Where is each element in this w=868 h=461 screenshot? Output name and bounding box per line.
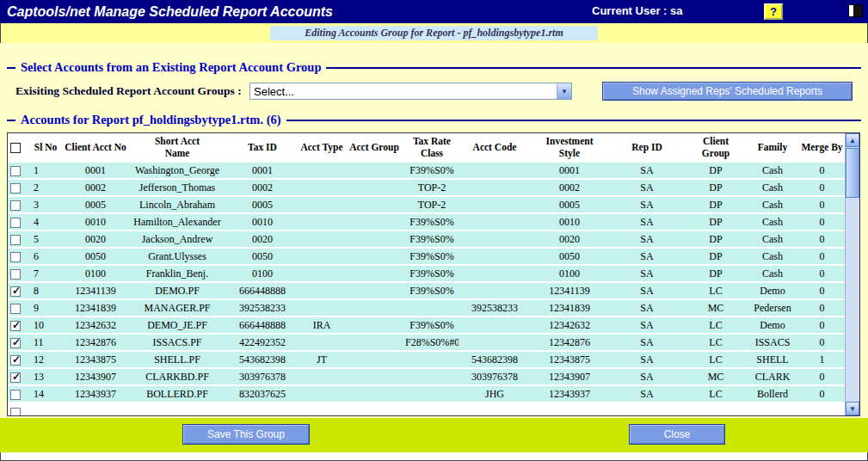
table-cell [300,213,343,230]
table-cell: SA [608,368,686,385]
row-checkbox[interactable] [10,200,21,211]
table-cell [405,299,459,317]
table-cell: SA [608,213,686,230]
table-cell: 5 [30,230,61,248]
table-cell [459,230,531,248]
save-group-button[interactable]: Save This Group [182,424,310,445]
table-cell: JT [300,351,343,368]
row-checkbox[interactable] [10,166,21,176]
table-cell [343,334,405,351]
table-cell: Demo [746,282,799,299]
table-cell: Jefferson_Thomas [130,179,225,196]
select-current-value: Select... [254,85,294,98]
table-cell: CLARKBD.PF [130,368,225,385]
table-row: 812341139DEMO.PF666448888F39%S0%12341139… [8,282,845,299]
account-group-select[interactable]: Select... ▼ [249,83,572,100]
table-cell: F39%S0% [405,317,459,334]
table-cell: SA [608,282,686,299]
title-bar: Captools/net Manage Scheduled Report Acc… [0,0,868,23]
table-cell: 0 [799,299,845,317]
table-cell: SA [608,317,686,334]
table-cell [459,248,531,265]
table-cell: SA [608,163,686,179]
table-cell [343,317,405,334]
table-cell: Cash [746,196,799,213]
table-cell [459,317,531,334]
table-cell: Grant.Ulysses [130,248,225,265]
column-header: Client Acct No [61,133,130,163]
table-cell: 14 [30,385,61,403]
window-icon[interactable] [848,4,863,17]
table-cell: 0050 [61,248,130,265]
table-cell [405,385,459,403]
row-checkbox[interactable] [10,218,21,228]
select-all-checkbox[interactable] [10,143,21,153]
table-cell: DP [686,196,746,213]
table-row: 20002Jefferson_Thomas0002TOP-20002SADPCa… [8,179,845,196]
row-checkbox[interactable] [10,372,21,383]
close-button[interactable]: Close [629,424,725,445]
table-cell: 13 [30,368,61,385]
footer-bar: Save This Group Close [0,418,868,452]
chevron-down-icon[interactable]: ▼ [557,83,571,99]
table-cell: 11 [30,334,61,351]
row-checkbox[interactable] [10,235,21,245]
table-cell: 303976378 [225,368,300,385]
row-checkbox[interactable] [10,269,21,280]
row-checkbox[interactable] [10,338,21,348]
table-cell [343,179,405,196]
row-checkbox[interactable] [10,408,21,416]
table-cell: 0002 [61,179,130,196]
table-cell: LC [686,334,746,351]
table-row-partial [8,403,845,416]
table-cell: LC [686,351,746,368]
table-cell: SA [608,196,686,213]
scroll-down-icon[interactable]: ▼ [846,402,859,415]
table-row: 60050Grant.Ulysses0050F39%S0%0050SADPCas… [8,248,845,265]
column-header: Short Acct Name [130,133,225,163]
row-checkbox[interactable] [10,321,21,331]
table-cell: 0 [799,248,845,265]
table-cell [343,213,405,230]
table-cell: DEMO.PF [130,282,225,299]
table-cell [343,248,405,265]
account-groups-label: Exisiting Scheduled Report Account Group… [15,84,249,98]
table-cell: 0 [799,334,845,351]
row-checkbox[interactable] [10,390,21,400]
legend-line [286,120,861,121]
scrollbar-thumb[interactable] [846,148,859,198]
table-cell [343,265,405,282]
table-cell: 0010 [61,213,130,230]
column-header: Sl No [30,133,61,163]
column-header: Investment Style [531,133,608,163]
row-checkbox[interactable] [10,355,21,366]
help-button[interactable]: ? [764,3,783,20]
table-cell: F39%S0% [405,163,459,179]
table-cell: 4 [30,213,61,230]
table-cell: Lincoln_Abraham [130,196,225,213]
table-row: 1312343907CLARKBD.PF30397637830397637812… [8,368,845,385]
table-cell: 12343875 [531,351,608,368]
row-checkbox[interactable] [10,252,21,262]
table-cell: Cash [746,248,799,265]
table-cell: Franklin_Benj. [130,265,225,282]
row-checkbox[interactable] [10,286,21,297]
table-cell: MC [686,368,746,385]
row-checkbox[interactable] [10,304,21,314]
table-cell: 0002 [225,179,300,196]
row-checkbox[interactable] [10,183,21,194]
table-cell: 392538233 [459,299,531,317]
vertical-scrollbar[interactable]: ▲ ▼ [845,133,859,415]
table-cell: 0 [799,265,845,282]
current-user-label: Current User : sa [592,4,682,17]
table-cell: SHELL.PF [130,351,225,368]
table-cell: LC [686,317,746,334]
table-cell: 0 [799,317,845,334]
table-cell: Cash [746,163,799,179]
scroll-up-icon[interactable]: ▲ [846,133,859,147]
table-cell: DP [686,213,746,230]
show-assigned-reps-button[interactable]: Show Assigned Reps' Scheduled Reports [602,82,853,101]
table-cell [459,334,531,351]
table-cell: 0020 [225,230,300,248]
table-cell: 12341839 [61,299,130,317]
